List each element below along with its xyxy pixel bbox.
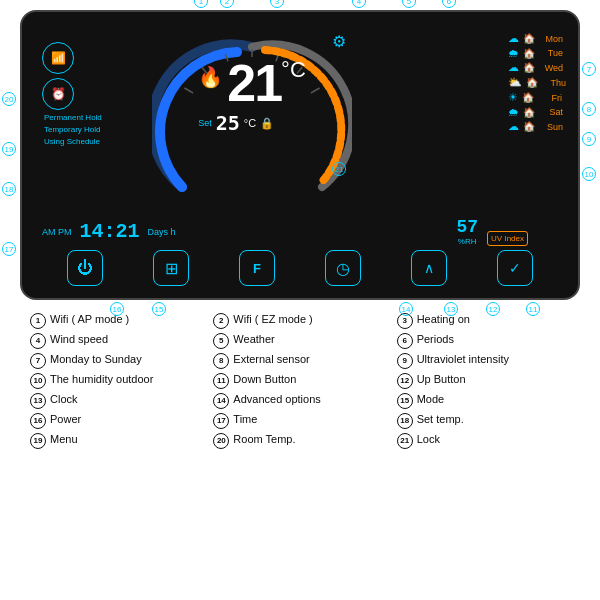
legend-item-14: 14Advanced options bbox=[213, 392, 386, 409]
days-value-label: Days h bbox=[148, 227, 176, 237]
legend-num-12: 12 bbox=[397, 373, 413, 389]
legend-item-6: 6Periods bbox=[397, 332, 570, 349]
ann-4: 4 bbox=[352, 0, 366, 8]
legend-item-21: 21Lock bbox=[397, 432, 570, 449]
advanced-options-button[interactable]: F bbox=[239, 250, 275, 286]
day-sat: 🌧 🏠 Sat bbox=[508, 106, 566, 118]
legend-text-6: Periods bbox=[417, 332, 454, 347]
house-icon-tue: 🏠 bbox=[523, 48, 535, 59]
ann-17: 17 bbox=[2, 242, 16, 256]
legend-text-7: Monday to Sunday bbox=[50, 352, 142, 367]
set-label: Set bbox=[198, 118, 212, 128]
ann-7: 7 bbox=[582, 62, 596, 76]
legend-num-18: 18 bbox=[397, 413, 413, 429]
ann-13: 13 bbox=[444, 302, 458, 316]
day-fri: ☀ 🏠 Fri bbox=[508, 91, 566, 104]
day-sun: ☁ 🏠 Sun bbox=[508, 120, 566, 133]
wifi-ap-icon: 📶 bbox=[42, 42, 74, 74]
house-icon-fri: 🏠 bbox=[522, 92, 534, 103]
legend-area: 1Wifi ( AP mode )2Wifi ( EZ mode )3Heati… bbox=[20, 312, 580, 449]
house-icon-wed: 🏠 bbox=[523, 62, 535, 73]
legend-num-5: 5 bbox=[213, 333, 229, 349]
clock-button[interactable]: ◷ bbox=[325, 250, 361, 286]
ann-20: 20 bbox=[2, 92, 16, 106]
permanent-hold-text: Permanent Hold bbox=[44, 112, 102, 124]
day-mon: ☁ 🏠 Mon bbox=[508, 32, 566, 45]
legend-text-4: Wind speed bbox=[50, 332, 108, 347]
legend-item-20: 20Room Temp. bbox=[213, 432, 386, 449]
temporary-hold-text: Temporary Hold bbox=[44, 124, 102, 136]
power-button[interactable]: ⏻ bbox=[67, 250, 103, 286]
day-tue: 🌧 🏠 Tue bbox=[508, 47, 566, 59]
legend-text-19: Menu bbox=[50, 432, 78, 447]
button-row: ⏻ ⊞ F ◷ ∧ ✓ bbox=[22, 250, 578, 286]
cloud-icon-fri: ☀ bbox=[508, 91, 518, 104]
legend-text-16: Power bbox=[50, 412, 81, 427]
ann-10: 10 bbox=[582, 167, 596, 181]
legend-text-17: Time bbox=[233, 412, 257, 427]
uv-index-label: UV Index bbox=[487, 231, 528, 246]
legend-num-17: 17 bbox=[213, 413, 229, 429]
legend-text-5: Weather bbox=[233, 332, 274, 347]
legend-item-12: 12Up Button bbox=[397, 372, 570, 389]
label-sun: Sun bbox=[539, 122, 563, 132]
set-unit: °C bbox=[244, 117, 256, 129]
legend-num-15: 15 bbox=[397, 393, 413, 409]
ampm-label: AM PM bbox=[42, 227, 72, 237]
label-mon: Mon bbox=[539, 34, 563, 44]
legend-text-15: Mode bbox=[417, 392, 445, 407]
thermostat-device: 🔥 21 °C Set 25 °C 🔒 Permanent Hold Tempo… bbox=[20, 10, 580, 300]
ann-1: 1 bbox=[194, 0, 208, 8]
legend-num-14: 14 bbox=[213, 393, 229, 409]
ann-19: 19 bbox=[2, 142, 16, 156]
legend-item-7: 7Monday to Sunday bbox=[30, 352, 203, 369]
legend-item-4: 4Wind speed bbox=[30, 332, 203, 349]
cloud-icon-tue: 🌧 bbox=[508, 47, 519, 59]
legend-num-9: 9 bbox=[397, 353, 413, 369]
ann-8: 8 bbox=[582, 102, 596, 116]
legend-item-5: 5Weather bbox=[213, 332, 386, 349]
up-button[interactable]: ∧ bbox=[411, 250, 447, 286]
time-display: 14:21 bbox=[80, 220, 140, 243]
lock-icon: 🔒 bbox=[260, 117, 274, 130]
humidity-unit: %RH bbox=[456, 237, 478, 246]
legend-text-9: Ultraviolet intensity bbox=[417, 352, 509, 367]
using-schedule-text: Using Schedule bbox=[44, 136, 102, 148]
legend-item-9: 9Ultraviolet intensity bbox=[397, 352, 570, 369]
gauge-area: 🔥 21 °C Set 25 °C 🔒 bbox=[152, 27, 352, 227]
ann-3: 3 bbox=[270, 0, 284, 8]
label-tue: Tue bbox=[539, 48, 563, 58]
hold-text-area: Permanent Hold Temporary Hold Using Sche… bbox=[44, 112, 102, 148]
legend-item-3: 3Heating on bbox=[397, 312, 570, 329]
legend-num-19: 19 bbox=[30, 433, 46, 449]
legend-text-21: Lock bbox=[417, 432, 440, 447]
legend-text-13: Clock bbox=[50, 392, 78, 407]
ann-2: 2 bbox=[220, 0, 234, 8]
legend-text-12: Up Button bbox=[417, 372, 466, 387]
legend-text-10: The humidity outdoor bbox=[50, 372, 153, 387]
legend-num-20: 20 bbox=[213, 433, 229, 449]
label-sat: Sat bbox=[539, 107, 563, 117]
legend-num-11: 11 bbox=[213, 373, 229, 389]
legend-item-16: 16Power bbox=[30, 412, 203, 429]
ann-21: 21 bbox=[332, 162, 346, 176]
legend-num-6: 6 bbox=[397, 333, 413, 349]
legend-num-1: 1 bbox=[30, 313, 46, 329]
legend-item-18: 18Set temp. bbox=[397, 412, 570, 429]
label-wed: Wed bbox=[539, 63, 563, 73]
alarm-icon: ⏰ bbox=[42, 78, 74, 110]
legend-item-11: 11Down Button bbox=[213, 372, 386, 389]
ann-16: 16 bbox=[110, 302, 124, 316]
ann-11: 11 bbox=[526, 302, 540, 316]
legend-num-21: 21 bbox=[397, 433, 413, 449]
mode-button[interactable]: ⊞ bbox=[153, 250, 189, 286]
legend-item-2: 2Wifi ( EZ mode ) bbox=[213, 312, 386, 329]
set-temperature: 25 bbox=[216, 111, 240, 135]
ann-6: 6 bbox=[442, 0, 456, 8]
label-fri: Fri bbox=[538, 93, 562, 103]
legend-num-10: 10 bbox=[30, 373, 46, 389]
down-button[interactable]: ✓ bbox=[497, 250, 533, 286]
label-thu: Thu bbox=[542, 78, 566, 88]
legend-num-13: 13 bbox=[30, 393, 46, 409]
main-temperature: 21 bbox=[227, 57, 281, 109]
